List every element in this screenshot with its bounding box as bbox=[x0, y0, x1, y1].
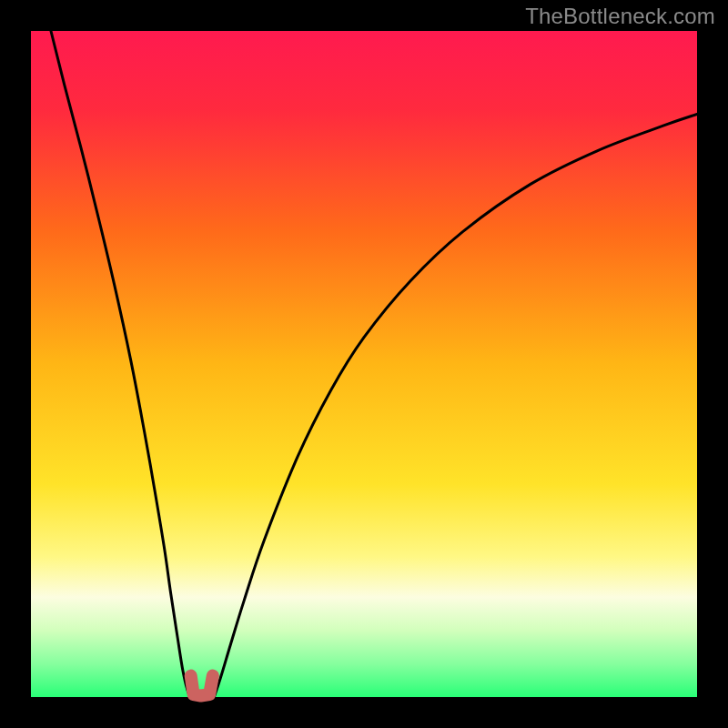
bottleneck-chart bbox=[0, 0, 728, 728]
chart-stage: TheBottleneck.com bbox=[0, 0, 728, 728]
watermark-text: TheBottleneck.com bbox=[525, 4, 715, 29]
